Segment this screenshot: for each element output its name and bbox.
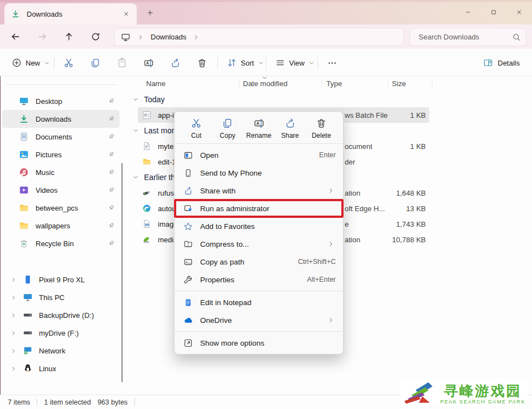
menu-item-edit-in-notepad[interactable]: Edit in Notepad [175, 293, 343, 311]
menu-item-compress-to[interactable]: Compress to... [175, 235, 343, 253]
chevron-right-icon[interactable] [11, 348, 17, 354]
minimize-button[interactable] [455, 0, 481, 24]
up-button[interactable] [58, 27, 80, 47]
paste-icon [117, 58, 127, 68]
chevron-right-icon[interactable] [137, 34, 144, 41]
file-size: 1,743 KB [396, 220, 426, 228]
menu-item-add-to-favorites[interactable]: Add to Favorites [175, 217, 343, 235]
tab-downloads[interactable]: Downloads [4, 3, 137, 24]
sidebar-item-this-pc[interactable]: This PC [2, 288, 120, 306]
forward-button[interactable] [31, 27, 53, 47]
quick-action-rename[interactable]: Rename [244, 118, 274, 139]
pin-icon[interactable] [107, 204, 115, 212]
quick-action-share[interactable]: Share [275, 118, 305, 139]
close-button[interactable] [506, 0, 532, 24]
sidebar-item-label: Music [36, 168, 54, 177]
pin-icon[interactable] [107, 133, 115, 141]
pin-icon[interactable] [107, 115, 115, 123]
new-tab-button[interactable] [143, 6, 157, 19]
chevron-down-icon[interactable] [132, 174, 139, 181]
copy-button[interactable] [84, 53, 106, 72]
share-button[interactable] [164, 53, 186, 72]
sidebar-item-videos[interactable]: Videos [2, 181, 120, 199]
chevron-right-icon[interactable] [11, 330, 17, 336]
sidebar-item-documents[interactable]: Documents [2, 128, 120, 146]
tab-close-icon[interactable] [120, 8, 132, 20]
column-header-size[interactable]: Size [392, 79, 406, 88]
menu-item-properties[interactable]: PropertiesAlt+Enter [175, 271, 343, 288]
search-box [410, 28, 526, 46]
submenu-chevron-icon [326, 317, 336, 323]
sidebar-item-mydrive-f[interactable]: myDrive (F:) [2, 324, 120, 342]
sidebar-item-backupdrive-d[interactable]: BackupDrive (D:) [2, 306, 120, 324]
sidebar-scrollbar[interactable] [121, 163, 123, 382]
quick-action-delete[interactable]: Delete [306, 118, 336, 139]
menu-item-copy-as-path[interactable]: Copy as pathCtrl+Shift+C [175, 253, 343, 271]
item-count: 7 items [8, 398, 30, 406]
sort-button[interactable]: Sort [222, 53, 269, 72]
menu-item-show-more-options[interactable]: Show more options [175, 334, 343, 352]
sidebar-item-network[interactable]: Network [2, 342, 120, 360]
refresh-button[interactable] [84, 27, 107, 47]
network-icon [23, 346, 33, 356]
sidebar-item-desktop[interactable]: Desktop [2, 92, 120, 110]
usb-installer-icon [142, 188, 151, 197]
sidebar-item-pixel-9-pro-xl[interactable]: Pixel 9 Pro XL [2, 271, 120, 288]
sidebar-item-linux[interactable]: Linux [2, 360, 120, 377]
chevron-right-icon[interactable] [11, 277, 17, 283]
media-tool-icon [142, 235, 151, 244]
rename-icon [143, 58, 154, 68]
more-options-button[interactable] [321, 53, 343, 72]
cut-button[interactable] [57, 53, 79, 72]
back-button[interactable] [4, 27, 27, 47]
column-header-date-modified[interactable]: Date modified [243, 79, 287, 88]
chevron-right-icon[interactable] [193, 34, 200, 41]
delete-button[interactable] [191, 53, 213, 72]
pin-icon[interactable] [107, 97, 115, 105]
pin-icon[interactable] [107, 151, 115, 158]
sidebar-item-recycle-bin[interactable]: Recycle Bin [2, 235, 120, 252]
view-button[interactable]: View [270, 53, 320, 72]
delete-icon [316, 118, 327, 129]
sidebar-item-wallpapers[interactable]: wallpapers [2, 217, 120, 235]
sidebar-item-music[interactable]: Music [2, 163, 120, 181]
details-pane-button[interactable]: Details [479, 53, 524, 72]
rename-button[interactable] [137, 53, 160, 72]
pin-icon[interactable] [107, 222, 115, 230]
group-header-today[interactable]: Today [128, 92, 532, 107]
pin-icon[interactable] [107, 186, 115, 194]
pictures-icon [19, 149, 29, 159]
quick-action-copy[interactable]: Copy [212, 118, 242, 139]
paste-button[interactable] [111, 53, 133, 72]
chevron-down-icon[interactable] [132, 127, 139, 134]
quick-action-cut[interactable]: Cut [181, 118, 211, 139]
sidebar-item-label: Documents [36, 133, 72, 141]
pin-icon[interactable] [107, 240, 115, 247]
pin-icon[interactable] [107, 168, 115, 176]
search-icon[interactable] [512, 33, 521, 42]
sidebar-item-pictures[interactable]: Pictures [2, 146, 120, 163]
chevron-right-icon[interactable] [11, 366, 17, 372]
circle-plus-icon [12, 58, 22, 68]
search-input[interactable] [417, 32, 512, 42]
menu-item-label: Add to Favorites [200, 222, 255, 231]
new-button[interactable]: New [7, 53, 55, 72]
menu-item-send-to-my-phone[interactable]: Send to My Phone [175, 164, 343, 182]
file-size: 13 KB [406, 205, 426, 213]
breadcrumb[interactable]: Downloads [151, 33, 186, 41]
menu-item-open[interactable]: OpenEnter [175, 146, 343, 164]
chevron-right-icon[interactable] [11, 312, 17, 318]
menu-item-share-with[interactable]: Share with [175, 182, 343, 199]
menu-item-run-as-administrator[interactable]: Run as administrator [175, 199, 343, 217]
sidebar-item-downloads[interactable]: Downloads [2, 110, 120, 128]
file-type: ws Batch File [345, 111, 387, 119]
column-header-type[interactable]: Type [326, 79, 342, 88]
address-bar[interactable]: Downloads [114, 28, 404, 46]
sidebar-item-between-pcs[interactable]: between_pcs [2, 199, 120, 217]
maximize-button[interactable] [481, 0, 506, 24]
chevron-down-icon[interactable] [132, 96, 139, 103]
menu-item-onedrive[interactable]: OneDrive [175, 311, 343, 329]
chevron-right-icon[interactable] [11, 295, 17, 301]
column-header-name[interactable]: Name [146, 79, 166, 88]
folder-icon [19, 221, 29, 231]
